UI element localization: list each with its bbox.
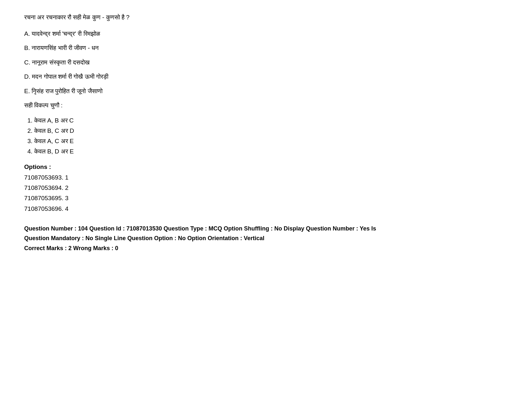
option-d: D. मदन गोपाल शर्मा री गोखै ऊभी गोरड़ी	[24, 72, 508, 82]
option-id-3: 71087053695. 3	[24, 193, 508, 203]
option-a: A. यादवेन्द्र शर्मा 'चन्द्र' री रिमझोळ	[24, 29, 508, 39]
option-b: B. नारायणसिंह भारी री जीवण - धन	[24, 44, 508, 53]
option-id-2: 71087053694. 2	[24, 183, 508, 193]
numbered-option-2: 2. केवल B, C अर D	[27, 126, 508, 136]
question-text: रचना अर रचनाकार रौ सही मेळ कुण - कुणसो ह…	[24, 13, 508, 22]
question-container: रचना अर रचनाकार रौ सही मेळ कुण - कुणसो ह…	[24, 13, 508, 253]
option-id-4: 71087053696. 4	[24, 204, 508, 214]
meta-line-2: Question Mandatory : No Single Line Ques…	[24, 233, 508, 243]
select-label: सही विकल्प चुणौ :	[24, 101, 508, 110]
options-section: Options :	[24, 163, 508, 171]
option-id-1: 71087053693. 1	[24, 172, 508, 183]
numbered-options-container: 1. केवल A, B अर C 2. केवल B, C अर D 3. क…	[27, 115, 508, 157]
options-label: Options :	[24, 163, 51, 170]
numbered-option-3: 3. केवल A, C अर E	[27, 136, 508, 146]
option-e: E. नृिसंह राज पुरोहित री जूनो जैसाणो	[24, 87, 508, 96]
meta-line-1: Question Number : 104 Question Id : 7108…	[24, 224, 508, 234]
meta-line-3: Correct Marks : 2 Wrong Marks : 0	[24, 243, 508, 253]
meta-section: Question Number : 104 Question Id : 7108…	[24, 224, 508, 253]
option-c: C. नानूराम संस्कृता री दसदोख	[24, 58, 508, 67]
numbered-option-4: 4. केवल B, D अर E	[27, 146, 508, 157]
numbered-option-1: 1. केवल A, B अर C	[27, 115, 508, 126]
